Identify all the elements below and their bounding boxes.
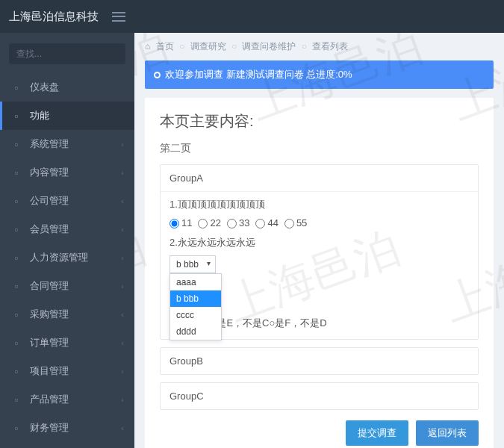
radio-input[interactable] xyxy=(198,219,208,228)
sidebar-item-label: 仪表盘 xyxy=(30,81,59,94)
chevron-left-icon: ‹ xyxy=(121,253,124,262)
brand-title: 上海邑泊信息科技 xyxy=(9,10,99,24)
sidebar-item-1[interactable]: ▫功能 xyxy=(0,102,134,130)
radio-input[interactable] xyxy=(227,219,237,228)
sidebar-item-label: 项目管理 xyxy=(30,364,69,378)
nav-icon: ▫ xyxy=(10,252,22,264)
sidebar-item-10[interactable]: ▫项目管理‹ xyxy=(0,357,134,385)
sidebar-item-12[interactable]: ▫财务管理‹ xyxy=(0,414,134,442)
info-icon xyxy=(154,72,161,78)
sidebar-item-0[interactable]: ▫仪表盘 xyxy=(0,73,134,102)
sidebar-item-13[interactable]: ▫会计管理‹ xyxy=(0,442,134,448)
nav-icon: ▫ xyxy=(10,308,22,320)
nav-icon: ▫ xyxy=(10,393,22,405)
breadcrumb-item[interactable]: 查看列表 xyxy=(312,41,348,52)
sidebar-item-3[interactable]: ▫内容管理‹ xyxy=(0,158,134,187)
question-1-text: 1.顶顶顶顶顶顶顶顶顶 xyxy=(169,198,469,211)
radio-option[interactable]: 44 xyxy=(255,217,278,228)
sidebar-item-label: 人力资源管理 xyxy=(30,251,88,264)
radio-option[interactable]: 55 xyxy=(284,217,307,228)
page-title: 本页主要内容: xyxy=(160,111,479,131)
sidebar-item-6[interactable]: ▫人力资源管理‹ xyxy=(0,243,134,272)
chevron-left-icon: ‹ xyxy=(121,225,124,234)
select-dropdown: aaaab bbbccccdddd xyxy=(169,273,222,340)
dropdown-option[interactable]: dddd xyxy=(170,323,221,340)
question-2-select[interactable]: b bbb aaaab bbbccccdddd xyxy=(169,255,216,273)
search-input[interactable] xyxy=(9,43,125,64)
sidebar-item-label: 公司管理 xyxy=(30,194,69,208)
dropdown-option[interactable]: cccc xyxy=(170,307,221,323)
radio-option[interactable]: 11 xyxy=(169,217,192,228)
nav-icon: ▫ xyxy=(10,223,22,235)
dropdown-option[interactable]: b bbb xyxy=(170,290,221,307)
sidebar-item-label: 产品管理 xyxy=(30,393,69,406)
chevron-left-icon: ‹ xyxy=(121,140,124,149)
nav-icon: ▫ xyxy=(10,422,22,434)
select-display[interactable]: b bbb xyxy=(169,255,216,273)
chevron-left-icon: ‹ xyxy=(121,310,124,319)
radio-input[interactable] xyxy=(169,219,179,228)
sidebar-item-4[interactable]: ▫公司管理‹ xyxy=(0,187,134,215)
sidebar-search xyxy=(0,39,134,73)
action-bar: 提交调查 返回列表 xyxy=(160,420,479,446)
chevron-left-icon: ‹ xyxy=(121,367,124,376)
sidebar-item-11[interactable]: ▫产品管理‹ xyxy=(0,385,134,414)
group-c[interactable]: GroupC xyxy=(160,382,479,410)
chevron-left-icon: ‹ xyxy=(121,168,124,177)
radio-input[interactable] xyxy=(255,219,265,228)
home-icon: ⌂ xyxy=(145,41,150,52)
back-button[interactable]: 返回列表 xyxy=(416,420,479,446)
nav-icon: ▫ xyxy=(10,337,22,349)
sidebar-item-9[interactable]: ▫订单管理‹ xyxy=(0,329,134,357)
chevron-left-icon: ‹ xyxy=(121,338,124,347)
page-subtitle: 第二页 xyxy=(160,142,479,155)
sidebar-item-8[interactable]: ▫采购管理‹ xyxy=(0,300,134,329)
nav-icon: ▫ xyxy=(10,365,22,377)
breadcrumb-sep: ○ xyxy=(179,41,184,52)
sidebar: ▫仪表盘▫功能▫系统管理‹▫内容管理‹▫公司管理‹▫会员管理‹▫人力资源管理‹▫… xyxy=(0,33,134,448)
nav-icon: ▫ xyxy=(10,195,22,207)
sidebar-item-label: 合同管理 xyxy=(30,279,69,293)
radio-option[interactable]: 22 xyxy=(198,217,220,228)
banner-text: 欢迎参加调查 新建测试调查问卷 总进度:0% xyxy=(165,69,352,80)
nav-icon: ▫ xyxy=(10,280,22,292)
info-banner: 欢迎参加调查 新建测试调查问卷 总进度:0% xyxy=(145,60,494,89)
sidebar-item-label: 订单管理 xyxy=(30,336,69,349)
breadcrumb-sep: ○ xyxy=(231,41,237,52)
group-b[interactable]: GroupB xyxy=(160,347,479,375)
group-a: GroupA 1.顶顶顶顶顶顶顶顶顶 1122334455 2.永远永远永远永远… xyxy=(160,164,479,340)
nav-icon: ▫ xyxy=(10,167,22,178)
chevron-left-icon: ‹ xyxy=(121,281,124,290)
sidebar-item-label: 系统管理 xyxy=(30,137,69,151)
nav-icon: ▫ xyxy=(10,110,22,122)
topbar: 上海邑泊信息科技 xyxy=(0,0,504,33)
chevron-left-icon: ‹ xyxy=(121,395,124,404)
nav-icon: ▫ xyxy=(10,81,22,93)
question-2-text: 2.永远永远永远永远 xyxy=(169,236,469,249)
breadcrumb-item[interactable]: 调查研究 xyxy=(190,41,226,52)
radio-option[interactable]: 33 xyxy=(227,217,249,228)
radio-input[interactable] xyxy=(284,219,294,228)
hamburger-icon[interactable] xyxy=(112,12,125,22)
breadcrumb-sep: ○ xyxy=(302,41,307,52)
sidebar-item-5[interactable]: ▫会员管理‹ xyxy=(0,215,134,243)
sidebar-item-label: 会员管理 xyxy=(30,223,69,236)
content-block: 本页主要内容: 第二页 GroupA 1.顶顶顶顶顶顶顶顶顶 112233445… xyxy=(145,98,494,448)
sidebar-item-2[interactable]: ▫系统管理‹ xyxy=(0,130,134,158)
dropdown-option[interactable]: aaaa xyxy=(170,274,221,290)
sidebar-item-label: 功能 xyxy=(30,109,49,122)
sidebar-item-label: 采购管理 xyxy=(30,308,69,321)
main-area: ⌂ 首页 ○ 调查研究 ○ 调查问卷维护 ○ 查看列表 欢迎参加调查 新建测试调… xyxy=(134,33,504,448)
breadcrumb-item[interactable]: 首页 xyxy=(156,41,174,52)
breadcrumb-item[interactable]: 调查问卷维护 xyxy=(242,41,296,52)
group-a-header: GroupA xyxy=(161,165,478,192)
sidebar-item-label: 内容管理 xyxy=(30,166,69,179)
sidebar-item-label: 财务管理 xyxy=(30,421,69,435)
breadcrumb: ⌂ 首页 ○ 调查研究 ○ 调查问卷维护 ○ 查看列表 xyxy=(145,40,494,53)
sidebar-item-7[interactable]: ▫合同管理‹ xyxy=(0,272,134,300)
question-1-options: 1122334455 xyxy=(169,217,469,228)
nav-icon: ▫ xyxy=(10,138,22,150)
chevron-left-icon: ‹ xyxy=(121,196,124,205)
submit-button[interactable]: 提交调查 xyxy=(346,420,408,446)
chevron-left-icon: ‹ xyxy=(121,423,124,432)
